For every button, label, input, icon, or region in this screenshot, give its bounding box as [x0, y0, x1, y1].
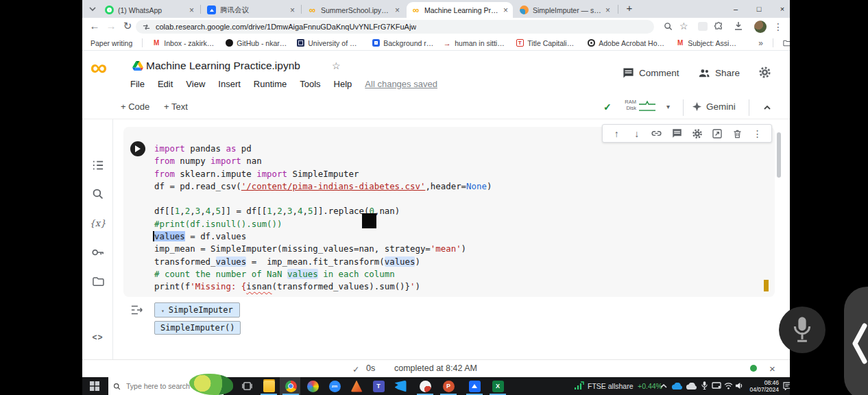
link-cell-icon[interactable]: [651, 128, 663, 140]
cell-settings-gear-icon[interactable]: [691, 128, 703, 140]
speaker-icon[interactable]: [735, 382, 743, 390]
forward-icon[interactable]: →: [104, 20, 118, 32]
reload-icon[interactable]: ↻: [121, 20, 134, 32]
comment-cell-icon[interactable]: [671, 128, 683, 140]
code-line[interactable]: values = df.values: [154, 230, 492, 243]
new-tab-button[interactable]: +: [623, 2, 636, 14]
menu-insert[interactable]: Insert: [218, 79, 241, 89]
cell-more-actions-icon[interactable]: ⋮: [751, 128, 764, 140]
taskbar-clock[interactable]: 08:46 04/07/2024: [745, 379, 779, 393]
window-minimize-button[interactable]: –: [725, 0, 746, 18]
code-line[interactable]: print(f'Missing: {isnan(transformed_valu…: [154, 280, 492, 293]
code-line[interactable]: transformed_values = imp_mean.fit_transf…: [154, 256, 492, 268]
variables-icon[interactable]: {x}: [91, 216, 105, 230]
tab-search-caret-icon[interactable]: [88, 4, 97, 14]
menu-help[interactable]: Help: [334, 79, 352, 89]
vscode-button[interactable]: [391, 377, 410, 395]
extensions-icon[interactable]: [714, 22, 723, 31]
table-of-contents-icon[interactable]: [91, 158, 105, 172]
menu-edit[interactable]: Edit: [158, 79, 173, 89]
bookmarks-overflow-icon[interactable]: »: [758, 38, 763, 48]
colorful-app-button[interactable]: [303, 377, 322, 395]
download-icon[interactable]: [734, 21, 743, 31]
add-code-button[interactable]: + Code: [121, 101, 149, 112]
window-close-button[interactable]: ×: [772, 0, 790, 18]
back-icon[interactable]: ←: [88, 20, 101, 32]
menu-file[interactable]: File: [130, 79, 145, 89]
tab-close-icon[interactable]: ×: [290, 6, 295, 14]
mirror-cell-icon[interactable]: [711, 128, 723, 140]
all-bookmarks-button[interactable]: All Bookmarks: [783, 39, 790, 47]
bookmark-star-icon[interactable]: ☆: [679, 21, 688, 32]
tab-simpleimputer-sklearn[interactable]: SimpleImputer — scikit-learn 1 ×: [515, 2, 615, 18]
bookmark-title-capitalization[interactable]: T Title Capitalization T...: [516, 39, 577, 47]
tab-close-icon[interactable]: ×: [189, 6, 194, 14]
tray-expand-icon[interactable]: [660, 383, 667, 389]
save-status[interactable]: All changes saved: [365, 79, 437, 89]
code-line[interactable]: #print(df.isnull().sum()): [154, 218, 492, 230]
tab-summerschool-colab[interactable]: ∞ SummerSchool.ipynb - Colab ×: [303, 2, 405, 18]
tab-close-icon[interactable]: ×: [605, 6, 610, 14]
microphone-overlay-button[interactable]: [779, 307, 825, 353]
tab-close-icon[interactable]: ×: [395, 6, 400, 14]
code-line[interactable]: from sklearn.impute import SimpleImputer: [154, 168, 492, 180]
tencent-meeting-button[interactable]: [465, 377, 484, 395]
resource-monitor[interactable]: RAM Disk: [618, 99, 636, 111]
menu-runtime[interactable]: Runtime: [254, 79, 287, 89]
code-cell[interactable]: import pandas as pdfrom numpy import nan…: [123, 127, 775, 297]
add-text-button[interactable]: + Text: [164, 101, 188, 112]
estimator-caret-icon[interactable]: ▾: [161, 308, 165, 314]
code-line[interactable]: imp_mean = SimpleImputer(missing_values=…: [154, 243, 492, 255]
settings-gear-icon[interactable]: [758, 66, 771, 79]
notebook-title[interactable]: Machine Learning Practice.ipynb: [146, 60, 300, 72]
window-maximize-button[interactable]: □: [749, 0, 769, 18]
tab-machine-learning-practice[interactable]: ∞ Machine Learning Practice.ipy ×: [407, 2, 513, 18]
start-button[interactable]: [85, 377, 104, 395]
code-line[interactable]: from numpy import nan: [154, 155, 492, 167]
code-line[interactable]: df[[1,2,3,4,5]] = df[[1,2,3,4,5]].replac…: [154, 205, 492, 217]
close-status-icon[interactable]: ×: [769, 363, 775, 374]
bookmark-subject-assistance[interactable]: M Subject: Assistance...: [676, 39, 739, 47]
code-line[interactable]: import pandas as pd: [154, 143, 492, 155]
white-app-button[interactable]: [415, 377, 435, 395]
site-info-icon[interactable]: [143, 23, 150, 31]
secrets-key-icon[interactable]: [91, 245, 105, 259]
teams-button[interactable]: T: [369, 377, 388, 395]
search-icon[interactable]: [91, 187, 105, 201]
chrome-button[interactable]: [281, 377, 300, 395]
task-view-button[interactable]: [237, 377, 256, 395]
bookmark-folder-paper-writing[interactable]: Paper writing: [91, 39, 132, 47]
menu-view[interactable]: View: [186, 79, 205, 89]
bookmark-human-sitting[interactable]: → human in sitting | D...: [443, 39, 506, 47]
star-notebook-icon[interactable]: ☆: [332, 60, 341, 71]
side-panel-handle[interactable]: [844, 287, 868, 395]
resources-caret-icon[interactable]: ▾: [666, 103, 670, 110]
gemini-button[interactable]: Gemini: [692, 101, 736, 112]
zoom-page-icon[interactable]: [664, 22, 673, 31]
comment-button[interactable]: Comment: [623, 67, 679, 79]
browser-menu-icon[interactable]: ⋮: [773, 21, 783, 32]
files-folder-icon[interactable]: [91, 274, 105, 289]
tab-whatsapp[interactable]: (1) WhatsApp ×: [100, 2, 199, 18]
tab-close-icon[interactable]: ×: [503, 6, 508, 14]
onedrive-cloud-icon[interactable]: [671, 383, 683, 390]
menu-tools[interactable]: Tools: [300, 79, 320, 89]
delete-cell-icon[interactable]: [731, 128, 743, 140]
tray-microphone-icon[interactable]: [701, 381, 708, 390]
bookmark-github[interactable]: GitHub - nkarges/G...: [225, 39, 287, 47]
bookmark-inbox[interactable]: M Inbox - zakirkhan90...: [152, 39, 215, 47]
excel-button[interactable]: X: [488, 377, 507, 395]
notebook-scrollbar[interactable]: [777, 132, 781, 178]
collapse-header-icon[interactable]: [762, 103, 772, 112]
cloud-icon[interactable]: [686, 383, 697, 390]
stock-ticker-label[interactable]: FTSE allshare: [588, 382, 634, 390]
code-line[interactable]: # count the number of NaN values in each…: [154, 268, 492, 280]
share-button[interactable]: Share: [698, 67, 740, 79]
bookmark-university[interactable]: University of Glasgo...: [296, 39, 362, 47]
move-cell-up-icon[interactable]: ↑: [610, 128, 623, 140]
file-explorer-button[interactable]: [259, 377, 278, 395]
run-cell-button[interactable]: [130, 141, 145, 156]
code-snippets-icon[interactable]: <>: [91, 330, 105, 344]
tab-tencent-meeting[interactable]: 腾讯会议 ×: [202, 2, 300, 18]
wifi-icon[interactable]: [724, 383, 733, 390]
